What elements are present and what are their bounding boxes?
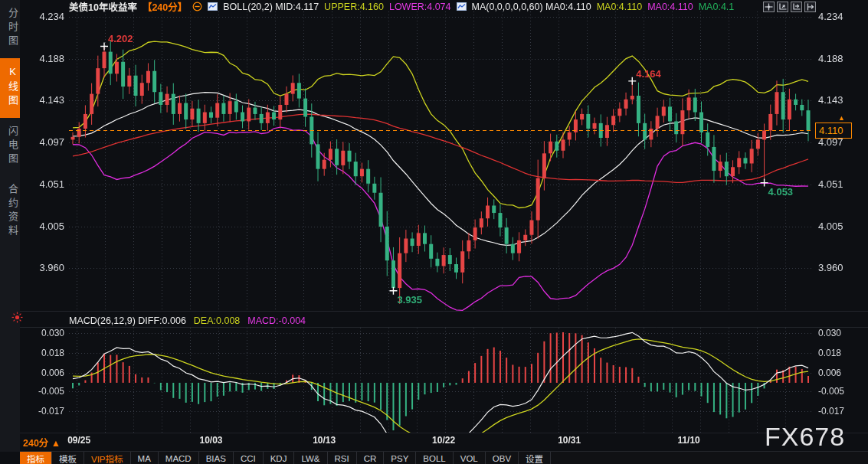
y-tick-label: 4.188 <box>818 53 843 64</box>
macd-tick-label: 0.030 <box>818 328 841 338</box>
y-tick-label: 4.097 <box>0 136 64 148</box>
macd-header-text: MACD:-0.004 <box>247 315 306 326</box>
interval-label: 240分 <box>23 438 48 449</box>
toolbar-item-LW&[interactable]: LW& <box>294 452 327 464</box>
header-text: MA0:4.110 <box>597 2 643 12</box>
toolbar-item-PSY[interactable]: PSY <box>384 452 416 464</box>
interval-selector[interactable]: 240分 ▲ <box>23 435 61 449</box>
extreme-price-label: 4.202 <box>108 33 133 44</box>
toolbar-item-VIP指标[interactable]: VIP指标 <box>84 452 131 464</box>
header-text: MA0:4.1 <box>699 2 735 12</box>
date-label-10/22: 10/22 <box>432 435 455 446</box>
indicator-header: 美债10年收益率【240分】BOLL(20,2) MID:4.117UPPER:… <box>69 1 734 12</box>
macd-tick-label: -0.017 <box>0 406 64 417</box>
macd-header: MACD(26,12,9) DIFF:0.006DEA:0.008MACD:-0… <box>69 315 306 326</box>
chart-tool-buttons <box>763 2 816 12</box>
y-tick-label: 4.051 <box>818 178 843 190</box>
date-label-10/31: 10/31 <box>558 435 581 446</box>
y-tick-label: 4.234 <box>818 11 843 22</box>
header-text: BOLL(20,2) MID:4.117 <box>223 2 319 12</box>
macd-header-text: DEA:0.008 <box>194 315 240 326</box>
sun-icon[interactable] <box>11 312 23 323</box>
header-text: 【240分】 <box>142 0 187 14</box>
y-tick-label: 4.234 <box>0 11 64 22</box>
toolbar-item-BOLL[interactable]: BOLL <box>416 452 453 464</box>
macd-tick-label: 0.006 <box>818 368 841 378</box>
brand-watermark: FX678 <box>765 422 845 452</box>
interval-dropdown-icon: ▲ <box>51 438 61 449</box>
macd-tick-label: 0.030 <box>0 328 64 338</box>
indicator-toolbar: 指标模板VIP指标MAMACDBIASCCIKDJLW&RSICRPSYBOLL… <box>20 451 868 464</box>
axis-scale-icon[interactable] <box>777 2 788 12</box>
y-tick-label: 4.143 <box>0 94 64 106</box>
toolbar-item-模板[interactable]: 模板 <box>52 452 84 464</box>
extreme-price-label: 3.935 <box>397 294 422 306</box>
toolbar-item-MACD[interactable]: MACD <box>159 452 199 464</box>
extreme-price-label: 4.053 <box>768 186 794 198</box>
date-label-10/03: 10/03 <box>199 435 222 446</box>
indicator-icon <box>208 2 218 11</box>
current-price-tag: 4.110 <box>815 123 852 139</box>
toolbar-item-CR[interactable]: CR <box>357 452 385 464</box>
y-tick-label: 4.051 <box>0 178 64 190</box>
y-tick-label: 4.005 <box>818 221 843 232</box>
chart-app-window: { "app": { "watermark": "FX678" }, "side… <box>0 0 868 464</box>
extreme-price-label: 4.164 <box>636 68 661 80</box>
sidebar-tab-kline[interactable]: K线图 <box>0 58 20 118</box>
header-text: 美债10年收益率 <box>69 0 137 14</box>
sidebar-tab-0[interactable]: 分时图 <box>0 0 20 58</box>
header-text: LOWER:4.074 <box>389 2 451 12</box>
minus-circle-icon[interactable] <box>192 2 202 11</box>
macd-header-text: MACD(26,12,9) DIFF:0.006 <box>69 315 186 326</box>
price-up-arrow-icon: ▲ <box>838 114 845 122</box>
axis-pan-icon[interactable] <box>791 2 802 12</box>
toolbar-item-CCI[interactable]: CCI <box>234 452 264 464</box>
toolbar-item-BIAS[interactable]: BIAS <box>199 452 234 464</box>
indicator-icon <box>457 2 467 11</box>
toolbar-item-MA[interactable]: MA <box>131 452 159 464</box>
macd-tick-label: 0.018 <box>818 348 841 358</box>
date-label-11/10: 11/10 <box>677 435 699 446</box>
macd-tick-label: 0.018 <box>0 348 64 358</box>
toolbar-item-KDJ[interactable]: KDJ <box>264 452 295 464</box>
y-tick-label: 4.188 <box>0 53 64 64</box>
macd-tick-label: -0.005 <box>0 386 64 397</box>
macd-tick-label: -0.017 <box>818 406 844 417</box>
toolbar-item-设置[interactable]: 设置 <box>519 452 551 464</box>
header-text: UPPER:4.160 <box>324 2 384 12</box>
header-text: MA(0,0,0,0,0,60) MA0:4.110 <box>472 2 591 12</box>
candlestick-chart-surface[interactable] <box>0 0 868 464</box>
y-tick-label: 3.960 <box>818 262 843 273</box>
y-tick-label: 3.960 <box>0 262 64 273</box>
date-label-10/13: 10/13 <box>313 435 336 446</box>
divider <box>20 433 868 433</box>
toolbar-item-OBV[interactable]: OBV <box>486 452 519 464</box>
y-tick-label: 4.143 <box>818 94 843 106</box>
toolbar-item-RSI[interactable]: RSI <box>328 452 357 464</box>
header-text: MA0:4.110 <box>647 2 693 12</box>
toolbar-item-VOL[interactable]: VOL <box>454 452 486 464</box>
shift-right-icon[interactable] <box>804 2 816 12</box>
macd-tick-label: 0.006 <box>0 368 64 378</box>
y-tick-label: 4.005 <box>0 221 64 232</box>
toolbar-item-指标[interactable]: 指标 <box>20 452 52 464</box>
macd-tick-label: -0.005 <box>818 386 844 397</box>
date-label-09/25: 09/25 <box>67 435 90 446</box>
crosshair-icon[interactable] <box>763 2 775 12</box>
